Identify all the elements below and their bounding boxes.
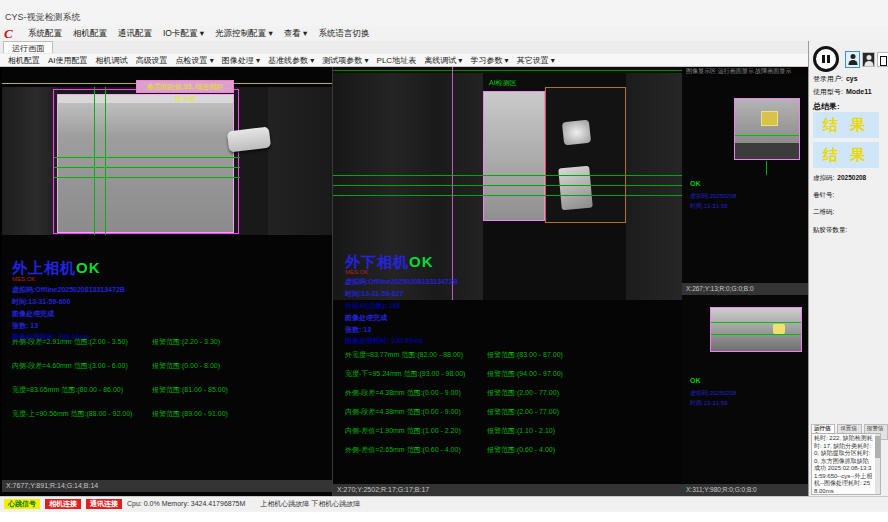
reflection-highlight-1 [562, 120, 591, 146]
left-frame-count-line: 张数: 13 [12, 321, 38, 331]
center-process-time-line: 图像处理耗时: 140.00ms [345, 336, 423, 346]
tool-test-params[interactable]: 测试项参数 ▾ [322, 55, 368, 66]
left-measurement-row: 内侧-段差=4.60mm 范围:(3.00 - 6.00) 报警范围:(0.00… [12, 361, 332, 371]
menu-item-camera-config[interactable]: 相机配置 [73, 28, 107, 40]
user-icon [866, 55, 871, 60]
tool-other-settings[interactable]: 其它设置 ▾ [517, 55, 555, 66]
aux-top-result: OK [690, 180, 701, 187]
left-camera-name: 外上相机 [12, 259, 76, 276]
aux-camera-view-bottom[interactable]: OK 虚拟码:20250208 时间:13-31-59 X:311;Y:980;… [682, 295, 808, 496]
user-icon [864, 61, 873, 66]
control-sidebar: → 登录用户:cys 使用型号:Mode11 总结果: 结 果 结 果 虚拟码:… [808, 41, 888, 496]
login-user-value: cys [846, 75, 858, 82]
pause-button[interactable] [813, 46, 839, 72]
measure-line-vertical-1 [94, 87, 95, 235]
toolbar: 相机配置 AI使用配置 相机调试 高级设置 点检设置 ▾ 图像处理 ▾ 基准线参… [0, 54, 808, 67]
aux-views-caption: 图像显示区 运行画面显示 故障画面显示 [686, 67, 791, 76]
measure-line-1 [711, 322, 801, 323]
measurement-value: 宽度=83.05mm 范围:(80.00 - 86.00) [12, 386, 123, 393]
aux-top-barcode: 虚拟码:20250208 [690, 192, 736, 201]
tab-strip: 运行画面 [0, 41, 808, 55]
measurement-value: 内侧-段差=4.60mm 范围:(3.00 - 6.00) [12, 362, 128, 369]
measurement-value: 外侧-差值=2.65mm 范围:(0.60 - 4.00) [345, 446, 461, 453]
log-scrollbar-thumb[interactable] [875, 436, 880, 458]
center-measurement-row: 外宽度=83.77mm 范围:(82.00 - 88.00) 报警范围:(83.… [345, 350, 665, 360]
result-indicator-2: 结 果 [813, 142, 879, 168]
tool-ai-usage-config[interactable]: AI使用配置 [48, 55, 88, 66]
tool-image-processing[interactable]: 图像处理 ▾ [222, 55, 260, 66]
titlebar: CYS-视觉检测系统 [0, 0, 888, 26]
center-measurement-row: 宽度-下=95.24mm 范围:(93.00 - 98.00) 报警范围:(94… [345, 369, 665, 379]
roi-outline-orange [545, 87, 626, 223]
pause-icon [827, 55, 830, 63]
log-scrollbar[interactable] [875, 434, 880, 494]
guide-line-violet [452, 67, 453, 300]
aux-bottom-cursor-coords: X:311;Y:980;R:0;G:0;B:0 [682, 484, 808, 496]
alarm-range: 报警范围:(2.00 - 77.00) [487, 407, 559, 417]
measurement-value: 内侧-差值=1.90mm 范围:(1.00 - 2.20) [345, 427, 461, 434]
window-title: CYS-视觉检测系统 [0, 11, 81, 26]
tool-camera-config[interactable]: 相机配置 [8, 55, 40, 66]
aux-top-cursor-coords: X:267;Y:13;R:0;G:0;B:0 [682, 283, 808, 295]
camera-view-outer-upper: 卷芯间距值:93, 综合间距值:100 外上相机OK MES:OK 虚拟码:Of… [2, 67, 333, 496]
tab-run-screen[interactable]: 运行画面 [3, 41, 53, 53]
user-icon [850, 54, 855, 59]
comm-connection-badge: 通讯连接 [86, 499, 122, 509]
center-mes-status: MES:OK [345, 269, 368, 275]
cpu-memory-readout: Cpu: 0.0% Memory: 3424.41796875M [127, 500, 245, 507]
app-logo-icon: C [4, 27, 17, 40]
result-indicator-1: 结 果 [813, 112, 879, 138]
barcode-value: 20250208 [837, 174, 866, 181]
measurement-value: 外侧-段差=2.91mm 范围:(2.00 - 3.50) [12, 338, 128, 345]
left-cursor-coords: X:7677;Y:891;R:14;G:14;B:14 [2, 480, 332, 492]
measure-line-stub [766, 161, 767, 175]
alarm-range: 报警范围:(83.00 - 87.00) [487, 350, 563, 360]
reference-line-green-top [333, 70, 682, 71]
operator-mode-button[interactable] [862, 52, 875, 67]
log-output-box[interactable]: 耗时: 222, 缺陷检测耗时: 17, 缺陷分类耗时: 0, 缺陷提取分区耗时… [811, 433, 881, 495]
center-measurement-row: 外侧-差值=2.65mm 范围:(0.60 - 4.00) 报警范围:(0.60… [345, 445, 665, 455]
aux-camera-view-top[interactable]: OK 虚拟码:20250208 时间:13-31-59 X:267;Y:13;R… [682, 76, 808, 295]
alarm-range: 报警范围:(2.00 - 77.00) [487, 388, 559, 398]
center-time-line: 时间:13-31-59-627 [345, 289, 403, 299]
center-frame-count-line: 张数: 13 [345, 325, 371, 335]
measure-line [735, 135, 799, 136]
tool-spot-check[interactable]: 点检设置 ▾ [176, 55, 214, 66]
measurement-value: 内侧-段差=4.38mm 范围:(0.00 - 9.00) [345, 408, 461, 415]
heartbeat-status-badge: 心跳信号 [4, 499, 40, 509]
alarm-range: 报警范围:(2.20 - 3.30) [152, 337, 220, 347]
barcode-row: 虚拟码:20250208 [813, 174, 866, 183]
tape-marker-box [761, 111, 778, 126]
user-mode-button[interactable] [845, 51, 860, 68]
tool-baseline-params[interactable]: 基准线参数 ▾ [268, 55, 314, 66]
measure-line-2 [711, 334, 801, 335]
tool-camera-debug[interactable]: 相机调试 [96, 55, 128, 66]
center-cursor-coords: X:270;Y:2502;R:17;G:17;B:17 [333, 484, 682, 496]
menu-item-view[interactable]: 查看 ▾ [284, 28, 308, 40]
exit-button[interactable]: → [877, 52, 888, 67]
app-window: CYS-视觉检测系统 C 系统配置 相机配置 通讯配置 IO卡配置 ▾ 光源控制… [0, 0, 888, 512]
bright-spot [773, 324, 785, 334]
measurement-value: 外侧-段差=4.38mm 范围:(0.00 - 9.00) [345, 389, 461, 396]
menu-item-io-config[interactable]: IO卡配置 ▾ [163, 28, 204, 40]
machine-structure-right [268, 87, 332, 235]
menu-item-light-config[interactable]: 光源控制配置 ▾ [215, 28, 273, 40]
tool-offline-debug[interactable]: 离线调试 ▾ [424, 55, 462, 66]
roi-outline-magenta [53, 89, 239, 234]
menu-item-system-config[interactable]: 系统配置 [28, 28, 62, 40]
tool-plc-address-table[interactable]: PLC地址表 [377, 55, 417, 66]
left-camera-canvas[interactable] [2, 87, 332, 235]
machine-structure-right [626, 73, 682, 300]
alarm-range: 报警范围:(81.00 - 85.00) [152, 385, 228, 395]
camera-connection-badge: 相机连接 [45, 499, 81, 509]
qr-row: 二维码: [813, 208, 834, 217]
menu-item-language-switch[interactable]: 系统语言切换 [318, 28, 369, 40]
center-result-ok: OK [409, 253, 434, 270]
tool-learning-params[interactable]: 学习参数 ▾ [470, 55, 508, 66]
log-text: 耗时: 222, 缺陷检测耗时: 17, 缺陷分类耗时: 0, 缺陷提取分区耗时… [812, 434, 880, 495]
tool-advanced-settings[interactable]: 高级设置 [136, 55, 168, 66]
aux-top-time: 时间:13-31-59 [690, 202, 728, 211]
menu-item-comm-config[interactable]: 通讯配置 [118, 28, 152, 40]
model-value: Mode11 [846, 88, 872, 95]
ai-roi-label: AI检测区 [489, 78, 517, 88]
